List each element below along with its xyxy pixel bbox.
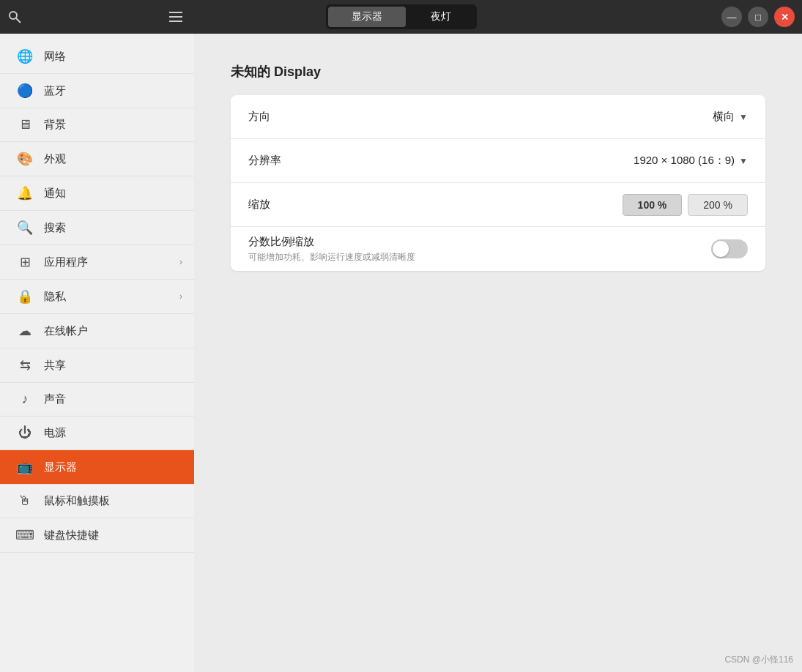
tab-nightlight[interactable]: 夜灯 — [407, 7, 475, 27]
scale-btn-100pct[interactable]: 100 % — [623, 194, 683, 216]
dropdown-orientation[interactable]: 横向▼ — [713, 110, 748, 124]
dropdown-value-orientation: 横向 — [713, 110, 735, 124]
row-label-scale: 缩放 — [248, 198, 623, 212]
titlebar: 设置 显示器 夜灯 — □ ✕ — [0, 0, 802, 34]
sidebar-icon-2: 🖥 — [15, 117, 35, 132]
menu-button[interactable] — [157, 0, 194, 34]
section-title: 未知的 Display — [231, 63, 765, 81]
watermark: CSDN @小怪116 — [724, 654, 793, 666]
sidebar-item-1[interactable]: 🔵蓝牙 — [0, 74, 194, 108]
row-label-resolution: 分辨率 — [248, 154, 634, 168]
sidebar-label-14: 键盘快捷键 — [44, 529, 99, 542]
sidebar-label-9: 共享 — [44, 359, 66, 373]
sidebar-icon-14: ⌨ — [15, 527, 35, 543]
chevron-right-icon: › — [179, 291, 182, 302]
sidebar-item-2[interactable]: 🖥背景 — [0, 108, 194, 142]
window-controls: — □ ✕ — [721, 7, 795, 27]
sidebar-label-5: 搜索 — [44, 221, 66, 235]
toggle-thumb — [713, 241, 729, 257]
sidebar-label-0: 网络 — [44, 50, 66, 64]
sidebar-icon-1: 🔵 — [15, 83, 35, 99]
sidebar-label-11: 电源 — [44, 426, 66, 440]
sidebar-icon-12: 📺 — [15, 459, 35, 475]
sidebar-item-4[interactable]: 🔔通知 — [0, 176, 194, 211]
sidebar-label-13: 鼠标和触摸板 — [44, 494, 110, 508]
sidebar-label-8: 在线帐户 — [44, 324, 88, 338]
chevron-down-icon: ▼ — [739, 112, 748, 122]
scale-btn-200pct[interactable]: 200 % — [688, 194, 748, 216]
chevron-right-icon: › — [179, 257, 182, 267]
row-sublabel-fractional_scale: 可能增加功耗、影响运行速度或减弱清晰度 — [248, 251, 711, 264]
sidebar-item-0[interactable]: 🌐网络 — [0, 40, 194, 74]
settings-row-scale: 缩放100 %200 % — [231, 183, 765, 227]
sidebar-item-5[interactable]: 🔍搜索 — [0, 211, 194, 245]
sidebar-icon-4: 🔔 — [15, 185, 35, 201]
sidebar-icon-8: ☁ — [15, 323, 35, 339]
sidebar-icon-7: 🔒 — [15, 288, 35, 305]
sidebar-icon-11: ⏻ — [15, 425, 35, 441]
sidebar-item-8[interactable]: ☁在线帐户 — [0, 314, 194, 348]
content-area: 未知的 Display 方向横向▼分辨率1920 × 1080 (16：9)▼缩… — [194, 34, 802, 672]
sidebar-item-9[interactable]: ⇆共享 — [0, 348, 194, 383]
toggle-track — [711, 239, 748, 258]
sidebar-item-14[interactable]: ⌨键盘快捷键 — [0, 518, 194, 553]
sidebar-item-10[interactable]: ♪声音 — [0, 383, 194, 417]
sidebar: 🌐网络🔵蓝牙🖥背景🎨外观🔔通知🔍搜索⊞应用程序›🔒隐私›☁在线帐户⇆共享♪声音⏻… — [0, 34, 194, 672]
sidebar-icon-3: 🎨 — [15, 151, 35, 167]
row-label-fractional_scale: 分数比例缩放 — [248, 235, 711, 249]
main-layout: 🌐网络🔵蓝牙🖥背景🎨外观🔔通知🔍搜索⊞应用程序›🔒隐私›☁在线帐户⇆共享♪声音⏻… — [0, 34, 802, 672]
settings-row-resolution: 分辨率1920 × 1080 (16：9)▼ — [231, 139, 765, 183]
sidebar-label-3: 外观 — [44, 152, 66, 166]
settings-card: 方向横向▼分辨率1920 × 1080 (16：9)▼缩放100 %200 %分… — [231, 95, 765, 271]
settings-row-orientation: 方向横向▼ — [231, 95, 765, 139]
minimize-button[interactable]: — — [721, 7, 742, 27]
sidebar-item-3[interactable]: 🎨外观 — [0, 142, 194, 176]
sidebar-icon-0: 🌐 — [15, 48, 35, 64]
sidebar-item-7[interactable]: 🔒隐私› — [0, 280, 194, 314]
tab-display[interactable]: 显示器 — [328, 7, 406, 27]
settings-row-fractional_scale: 分数比例缩放可能增加功耗、影响运行速度或减弱清晰度 — [231, 227, 765, 271]
sidebar-label-2: 背景 — [44, 118, 66, 132]
maximize-button[interactable]: □ — [748, 7, 768, 27]
sidebar-label-4: 通知 — [44, 187, 66, 201]
hamburger-icon — [169, 12, 182, 22]
sidebar-icon-6: ⊞ — [15, 254, 35, 270]
chevron-down-icon: ▼ — [739, 156, 748, 166]
sidebar-icon-10: ♪ — [15, 392, 35, 407]
row-label-orientation: 方向 — [248, 110, 713, 124]
sidebar-label-7: 隐私 — [44, 290, 66, 304]
sidebar-icon-9: ⇆ — [15, 357, 35, 373]
sidebar-item-12[interactable]: 📺显示器 — [0, 450, 194, 485]
toggle-fractional_scale[interactable] — [711, 239, 748, 258]
dropdown-value-resolution: 1920 × 1080 (16：9) — [634, 154, 735, 168]
sidebar-item-13[interactable]: 🖱鼠标和触摸板 — [0, 485, 194, 518]
sidebar-label-1: 蓝牙 — [44, 84, 66, 98]
close-button[interactable]: ✕ — [774, 7, 795, 27]
row-label-group-fractional_scale: 分数比例缩放可能增加功耗、影响运行速度或减弱清晰度 — [248, 235, 711, 264]
sidebar-icon-13: 🖱 — [15, 493, 35, 509]
sidebar-item-11[interactable]: ⏻电源 — [0, 417, 194, 450]
sidebar-item-6[interactable]: ⊞应用程序› — [0, 245, 194, 280]
tab-bar: 显示器 夜灯 — [326, 4, 477, 29]
sidebar-icon-5: 🔍 — [15, 220, 35, 236]
sidebar-label-6: 应用程序 — [44, 255, 88, 269]
dropdown-resolution[interactable]: 1920 × 1080 (16：9)▼ — [634, 154, 748, 168]
sidebar-label-10: 声音 — [44, 392, 66, 406]
sidebar-label-12: 显示器 — [44, 460, 77, 474]
scale-button-group: 100 %200 % — [623, 194, 748, 216]
